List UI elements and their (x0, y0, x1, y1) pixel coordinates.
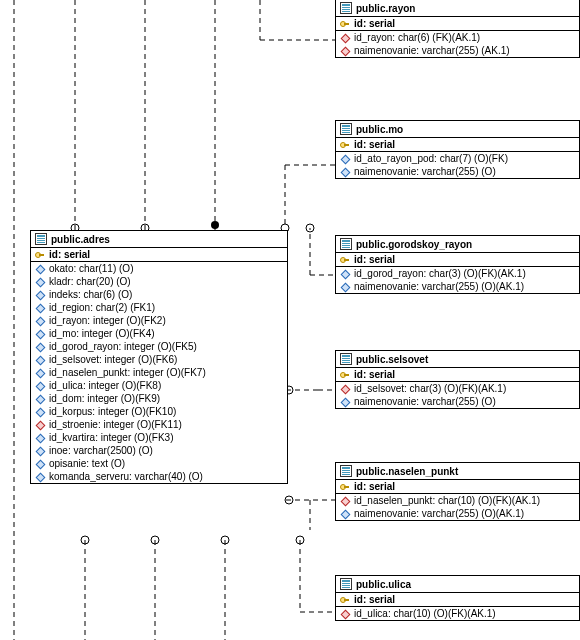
col-row: id_ulica: char(10) (O)(FK)(AK.1) (336, 607, 579, 620)
diamond-icon (340, 33, 350, 43)
diamond-icon (35, 355, 45, 365)
col-row: id_stroenie: integer (O)(FK11) (31, 418, 287, 431)
table-naselen-punkt[interactable]: public.naselen_punkt id: serial id_nasel… (335, 462, 580, 521)
col-label: indeks: char(6) (O) (49, 289, 132, 300)
col-label: id_mo: integer (O)(FK4) (49, 328, 155, 339)
pk-label: id: serial (354, 481, 395, 492)
col-label: id_naselen_punkt: integer (O)(FK7) (49, 367, 206, 378)
key-icon (35, 250, 45, 260)
diamond-icon (35, 290, 45, 300)
col-row: id_rayon: char(6) (FK)(AK.1) (336, 31, 579, 44)
col-row: naimenovanie: varchar(255) (O) (336, 395, 579, 408)
col-label: naimenovanie: varchar(255) (O)(AK.1) (354, 508, 524, 519)
col-row: id_mo: integer (O)(FK4) (31, 327, 287, 340)
diamond-icon (35, 420, 45, 430)
pk-label: id: serial (354, 369, 395, 380)
col-label: id_gorod_rayon: char(3) (O)(FK)(AK.1) (354, 268, 526, 279)
col-label: id_selsovet: char(3) (O)(FK)(AK.1) (354, 383, 506, 394)
pk-label: id: serial (354, 139, 395, 150)
col-row: id_ato_rayon_pod: char(7) (O)(FK) (336, 152, 579, 165)
col-label: id_ulica: char(10) (O)(FK)(AK.1) (354, 608, 496, 619)
col-label: komanda_serveru: varchar(40) (O) (49, 471, 203, 482)
pk-label: id: serial (354, 254, 395, 265)
table-adres-title-text: public.adres (51, 234, 110, 245)
col-row: kladr: char(20) (O) (31, 275, 287, 288)
col-label: okato: char(11) (O) (49, 263, 133, 274)
diamond-icon (35, 329, 45, 339)
col-row: id_rayon: integer (O)(FK2) (31, 314, 287, 327)
col-label: id_dom: integer (O)(FK9) (49, 393, 160, 404)
col-row: id_naselen_punkt: char(10) (O)(FK)(AK.1) (336, 494, 579, 507)
table-icon (340, 2, 352, 14)
col-row: indeks: char(6) (O) (31, 288, 287, 301)
col-row: id_dom: integer (O)(FK9) (31, 392, 287, 405)
col-label: id_korpus: integer (O)(FK10) (49, 406, 176, 417)
diamond-icon (35, 394, 45, 404)
table-icon (35, 233, 47, 245)
col-row: naimenovanie: varchar(255) (AK.1) (336, 44, 579, 57)
col-row: okato: char(11) (O) (31, 262, 287, 275)
col-label: id_region: char(2) (FK1) (49, 302, 155, 313)
pk-row: id: serial (336, 17, 579, 30)
table-adres[interactable]: public.adres id: serial okato: char(11) … (30, 230, 288, 484)
diamond-icon (340, 496, 350, 506)
diamond-icon (35, 433, 45, 443)
title-text: public.gorodskoy_rayon (356, 239, 472, 250)
key-icon (340, 370, 350, 380)
pk-row: id: serial (31, 248, 287, 261)
table-icon (340, 238, 352, 250)
col-row: id_ulica: integer (O)(FK8) (31, 379, 287, 392)
col-label: naimenovanie: varchar(255) (O) (354, 166, 496, 177)
col-label: id_ato_rayon_pod: char(7) (O)(FK) (354, 153, 508, 164)
col-label: id_rayon: char(6) (FK)(AK.1) (354, 32, 480, 43)
col-label: id_naselen_punkt: char(10) (O)(FK)(AK.1) (354, 495, 540, 506)
key-icon (340, 595, 350, 605)
table-gorodskoy-rayon[interactable]: public.gorodskoy_rayon id: serial id_gor… (335, 235, 580, 294)
key-icon (340, 482, 350, 492)
table-icon (340, 578, 352, 590)
table-rayon[interactable]: public.rayon id: serial id_rayon: char(6… (335, 0, 580, 58)
diamond-icon (35, 342, 45, 352)
col-label: naimenovanie: varchar(255) (O)(AK.1) (354, 281, 524, 292)
table-mo-title: public.mo (336, 121, 579, 138)
col-row: id_gorod_rayon: char(3) (O)(FK)(AK.1) (336, 267, 579, 280)
table-adres-title: public.adres (31, 231, 287, 248)
col-row: id_selsovet: integer (O)(FK6) (31, 353, 287, 366)
col-label: naimenovanie: varchar(255) (O) (354, 396, 496, 407)
table-rayon-title: public.rayon (336, 0, 579, 17)
col-label: opisanie: text (O) (49, 458, 125, 469)
diamond-icon (340, 509, 350, 519)
pk-row: id: serial (336, 480, 579, 493)
key-icon (340, 140, 350, 150)
col-row: id_naselen_punkt: integer (O)(FK7) (31, 366, 287, 379)
col-row: inoe: varchar(2500) (O) (31, 444, 287, 457)
title: public.naselen_punkt (336, 463, 579, 480)
title-text: public.ulica (356, 579, 411, 590)
table-selsovet[interactable]: public.selsovet id: serial id_selsovet: … (335, 350, 580, 409)
diamond-icon (35, 407, 45, 417)
col-row: naimenovanie: varchar(255) (O)(AK.1) (336, 280, 579, 293)
col-label: id_gorod_rayon: integer (O)(FK5) (49, 341, 197, 352)
pk-label: id: serial (49, 249, 90, 260)
title: public.gorodskoy_rayon (336, 236, 579, 253)
table-ulica[interactable]: public.ulica id: serial id_ulica: char(1… (335, 575, 580, 621)
diamond-icon (340, 269, 350, 279)
diamond-icon (35, 446, 45, 456)
title-text: public.mo (356, 124, 403, 135)
col-row: id_gorod_rayon: integer (O)(FK5) (31, 340, 287, 353)
diamond-icon (340, 154, 350, 164)
col-label: inoe: varchar(2500) (O) (49, 445, 153, 456)
pk-row: id: serial (336, 368, 579, 381)
diamond-icon (340, 46, 350, 56)
title-text: public.rayon (356, 3, 415, 14)
col-label: id_ulica: integer (O)(FK8) (49, 380, 161, 391)
table-mo[interactable]: public.mo id: serial id_ato_rayon_pod: c… (335, 120, 580, 179)
col-label: kladr: char(20) (O) (49, 276, 131, 287)
col-row: naimenovanie: varchar(255) (O) (336, 165, 579, 178)
pk-row: id: serial (336, 593, 579, 606)
pk-row: id: serial (336, 138, 579, 151)
diamond-icon (340, 167, 350, 177)
col-row: id_region: char(2) (FK1) (31, 301, 287, 314)
pk-label: id: serial (354, 18, 395, 29)
col-row: opisanie: text (O) (31, 457, 287, 470)
